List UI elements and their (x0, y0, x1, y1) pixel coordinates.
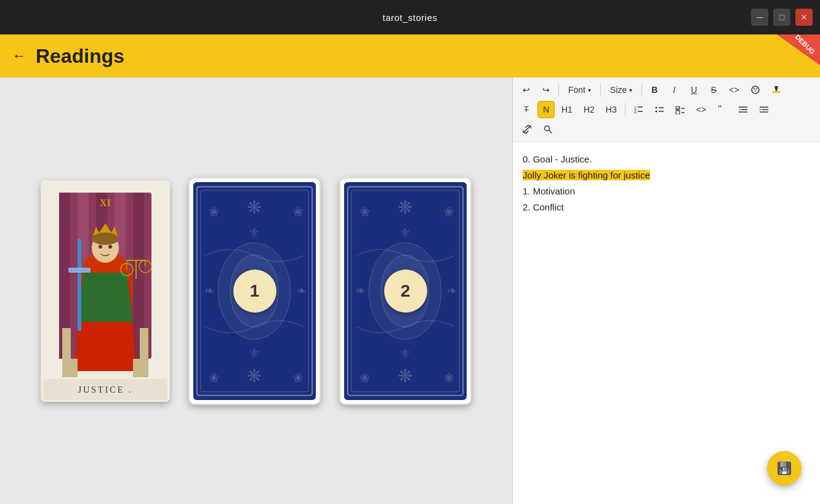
cards-panel: XI (0, 78, 512, 504)
window-controls: ─ □ ✕ (751, 9, 813, 26)
ordered-list-button[interactable]: 1. 2. (629, 101, 648, 118)
editor-line-3: 1. Motivation (523, 184, 810, 199)
svg-text:⚜: ⚜ (399, 345, 411, 361)
svg-point-71 (655, 107, 657, 109)
justice-card[interactable]: XI (41, 180, 170, 402)
indent-decrease-button[interactable] (734, 101, 752, 118)
svg-rect-66 (773, 91, 780, 93)
code-block-button[interactable]: <> (692, 101, 710, 118)
svg-point-18 (92, 233, 119, 245)
svg-point-63 (753, 88, 755, 90)
indent-increase-button[interactable] (755, 101, 773, 118)
ordered-list-icon: 1. 2. (633, 105, 643, 114)
link-button[interactable] (518, 121, 536, 138)
highlight-icon (771, 85, 781, 95)
toolbar-separator-2 (600, 83, 601, 97)
editor-panel: ↩ ↪ Font ▾ Size ▾ B I U S <> (512, 78, 820, 504)
window-title: tarot_stories (382, 12, 437, 23)
svg-text:⚜: ⚜ (248, 345, 260, 361)
maximize-button[interactable]: □ (773, 9, 790, 26)
svg-line-87 (549, 130, 552, 133)
undo-button[interactable]: ↩ (518, 81, 535, 98)
svg-rect-19 (78, 239, 81, 331)
main-content: XI (0, 78, 820, 504)
svg-text:❋: ❋ (398, 196, 412, 217)
svg-text:❧: ❧ (355, 283, 366, 297)
svg-text:": " (718, 105, 722, 114)
clear-format-button[interactable]: T (518, 101, 535, 118)
toolbar-row-2: T N H1 H2 H3 1. 2. (518, 101, 815, 118)
strikethrough-button[interactable]: S (705, 81, 722, 98)
bold-button[interactable]: B (646, 81, 663, 98)
svg-text:JUSTICE .: JUSTICE . (78, 385, 132, 394)
svg-rect-20 (68, 268, 90, 273)
search-button[interactable] (539, 121, 557, 138)
palette-icon (750, 85, 760, 95)
color-button[interactable] (746, 81, 765, 98)
toolbar-separator-4 (625, 103, 625, 116)
normal-button[interactable]: N (537, 101, 555, 118)
link-icon (522, 124, 532, 134)
h2-button[interactable]: H2 (579, 101, 599, 118)
card-1-badge: 1 (233, 270, 276, 313)
svg-text:💾: 💾 (781, 467, 789, 475)
svg-text:❀: ❀ (360, 371, 370, 385)
back-button[interactable]: ← (12, 48, 26, 64)
h3-button[interactable]: H3 (601, 101, 621, 118)
editor-content[interactable]: 0. Goal - Justice. Jolly Joker is fighti… (513, 142, 820, 504)
svg-text:❀: ❀ (444, 205, 454, 218)
justice-illustration: XI (41, 180, 170, 402)
toolbar-separator-1 (558, 83, 559, 97)
svg-text:❀: ❀ (209, 371, 219, 385)
svg-text:❀: ❀ (444, 371, 454, 385)
editor-toolbar: ↩ ↪ Font ▾ Size ▾ B I U S <> (513, 78, 820, 142)
app-header: ← Readings DEBUG (0, 34, 820, 78)
svg-text:❀: ❀ (293, 371, 303, 385)
svg-text:❀: ❀ (209, 205, 219, 218)
editor-line-2: Jolly Joker is fighting for justice (523, 168, 810, 183)
size-dropdown[interactable]: Size ▾ (605, 81, 638, 98)
svg-text:⚜: ⚜ (399, 225, 411, 240)
title-bar: tarot_stories ─ □ ✕ (0, 0, 820, 34)
blockquote-button[interactable]: " (713, 101, 731, 118)
toolbar-row-1: ↩ ↪ Font ▾ Size ▾ B I U S <> (518, 81, 815, 98)
unordered-list-button[interactable] (650, 101, 669, 118)
svg-point-16 (98, 245, 102, 249)
svg-text:❧: ❧ (447, 283, 457, 297)
svg-rect-77 (676, 111, 680, 114)
card-back-2-inner: ❋ ⚜ ❀ ❀ ❀ ❀ ⚜ ❋ ❧ ❧ 2 (344, 182, 467, 400)
redo-button[interactable]: ↪ (537, 81, 555, 98)
svg-point-64 (755, 88, 757, 90)
code-inline-button[interactable]: <> (725, 81, 743, 98)
font-dropdown[interactable]: Font ▾ (563, 81, 597, 98)
svg-text:XI: XI (100, 198, 111, 208)
card-1[interactable]: ❋ ⚜ ❀ ❀ ❀ ❀ ⚜ ❋ ❧ ❧ (188, 177, 321, 405)
save-icon: 💾 (776, 460, 793, 477)
svg-text:❧: ❧ (204, 283, 215, 297)
save-fab-button[interactable]: 💾 (767, 451, 802, 486)
close-button[interactable]: ✕ (795, 9, 813, 26)
svg-marker-12 (78, 273, 133, 322)
page-title: Readings (36, 45, 124, 68)
minimize-button[interactable]: ─ (751, 9, 768, 26)
task-list-button[interactable] (671, 101, 689, 118)
italic-button[interactable]: I (665, 81, 683, 98)
highlight-button[interactable] (767, 81, 786, 98)
svg-point-65 (754, 90, 756, 92)
underline-button[interactable]: U (685, 81, 702, 98)
debug-badge: DEBUG (777, 34, 820, 65)
svg-text:2.: 2. (634, 110, 638, 114)
card-2[interactable]: ❋ ⚜ ❀ ❀ ❀ ❀ ⚜ ❋ ❧ ❧ 2 (339, 177, 472, 405)
card-back-1-inner: ❋ ⚜ ❀ ❀ ❀ ❀ ⚜ ❋ ❧ ❧ (193, 182, 316, 400)
blockquote-icon: " (717, 105, 727, 114)
editor-line-1: 0. Goal - Justice. (523, 152, 810, 167)
toolbar-row-3 (518, 121, 815, 138)
editor-line-4: 2. Conflict (523, 200, 810, 215)
indent-increase-icon (759, 105, 769, 114)
search-icon (543, 124, 553, 134)
h1-button[interactable]: H1 (557, 101, 577, 118)
svg-point-73 (655, 111, 657, 113)
svg-text:❋: ❋ (247, 366, 262, 386)
svg-rect-90 (781, 462, 783, 466)
svg-text:❀: ❀ (360, 205, 370, 218)
